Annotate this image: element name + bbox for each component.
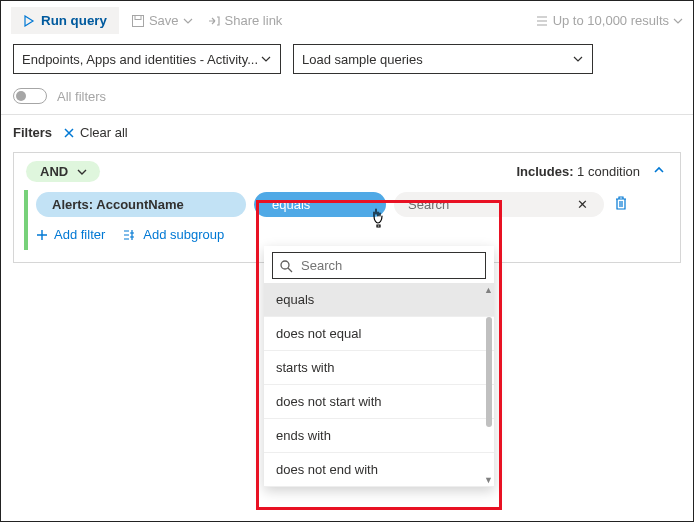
share-icon — [207, 14, 221, 28]
save-icon — [131, 14, 145, 28]
scope-dropdown[interactable]: Endpoints, Apps and identities - Activit… — [13, 44, 281, 74]
cursor-icon — [370, 208, 388, 228]
condition-value-input[interactable]: Search ✕ — [394, 192, 604, 217]
plus-icon — [36, 229, 48, 241]
operator-option[interactable]: does not equal — [264, 317, 494, 351]
delete-condition-button[interactable] — [612, 193, 630, 216]
operator-search-box[interactable] — [272, 252, 486, 279]
operator-search-input[interactable] — [299, 257, 479, 274]
chevron-down-icon — [673, 16, 683, 26]
all-filters-toggle[interactable] — [13, 88, 47, 104]
condition-field-pill[interactable]: Alerts: AccountName — [36, 192, 246, 217]
close-icon — [62, 126, 76, 140]
condition-field-label: Alerts: AccountName — [52, 197, 184, 212]
chevron-down-icon — [260, 53, 272, 65]
subgroup-icon — [123, 229, 137, 241]
clear-all-label: Clear all — [80, 125, 128, 140]
operator-option[interactable]: does not start with — [264, 385, 494, 419]
list-icon — [535, 14, 549, 28]
trash-icon — [614, 195, 628, 211]
results-limit-dropdown[interactable]: Up to 10,000 results — [535, 13, 683, 28]
add-subgroup-button[interactable]: Add subgroup — [123, 227, 224, 242]
share-link-button[interactable]: Share link — [205, 9, 285, 32]
chevron-down-icon — [183, 16, 193, 26]
svg-point-2 — [281, 261, 289, 269]
condition-value-placeholder: Search — [408, 197, 449, 212]
operator-option[interactable]: equals — [264, 283, 494, 317]
svg-rect-0 — [132, 15, 143, 26]
save-button[interactable]: Save — [129, 9, 195, 32]
play-icon — [23, 15, 35, 27]
includes-summary: Includes: 1 condition — [516, 164, 640, 179]
save-label: Save — [149, 13, 179, 28]
logic-operator-label: AND — [40, 164, 68, 179]
share-label: Share link — [225, 13, 283, 28]
scroll-up-icon[interactable]: ▲ — [484, 285, 493, 295]
operator-list: ▲ equals does not equal starts with does… — [264, 283, 494, 487]
clear-value-button[interactable]: ✕ — [575, 197, 590, 212]
sample-queries-dropdown[interactable]: Load sample queries — [293, 44, 593, 74]
chevron-down-icon — [572, 53, 584, 65]
run-query-button[interactable]: Run query — [11, 7, 119, 34]
clear-all-button[interactable]: Clear all — [62, 125, 128, 140]
scrollbar-thumb[interactable] — [486, 317, 492, 427]
logic-operator-pill[interactable]: AND — [26, 161, 100, 182]
run-query-label: Run query — [41, 13, 107, 28]
condition-operator-pill[interactable]: equals — [254, 192, 386, 217]
operator-option[interactable]: ends with — [264, 419, 494, 453]
results-limit-label: Up to 10,000 results — [553, 13, 669, 28]
search-icon — [279, 259, 293, 273]
add-subgroup-label: Add subgroup — [143, 227, 224, 242]
add-filter-label: Add filter — [54, 227, 105, 242]
filters-title: Filters — [13, 125, 52, 140]
all-filters-label: All filters — [57, 89, 106, 104]
add-filter-button[interactable]: Add filter — [36, 227, 105, 242]
chevron-down-icon — [76, 166, 88, 178]
operator-option[interactable]: does not end with — [264, 453, 494, 487]
collapse-button[interactable] — [650, 161, 668, 182]
chevron-up-icon — [652, 163, 666, 177]
scroll-down-icon[interactable]: ▼ — [484, 475, 493, 485]
scope-label: Endpoints, Apps and identities - Activit… — [22, 52, 258, 67]
svg-rect-1 — [135, 15, 141, 19]
operator-option[interactable]: starts with — [264, 351, 494, 385]
sample-queries-label: Load sample queries — [302, 52, 423, 67]
operator-dropdown-popup: ▲ equals does not equal starts with does… — [264, 246, 494, 487]
condition-operator-label: equals — [272, 197, 310, 212]
